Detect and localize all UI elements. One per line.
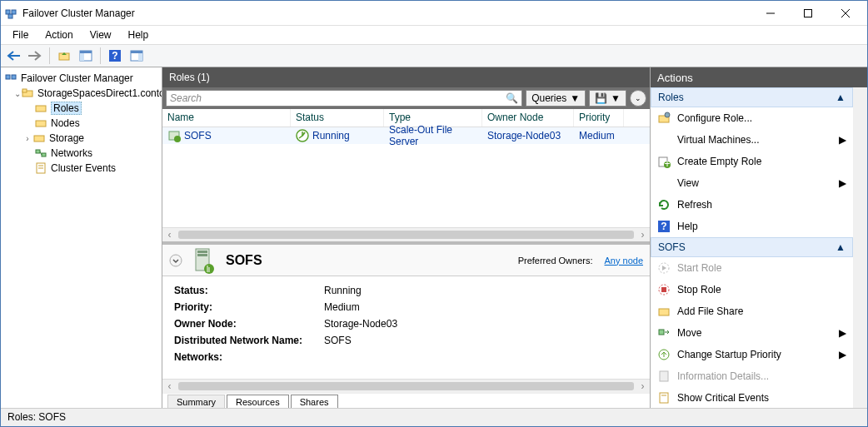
queries-label: Queries xyxy=(531,92,566,104)
back-button[interactable] xyxy=(4,47,22,65)
search-icon[interactable]: 🔍 xyxy=(506,92,518,104)
actions-scrollbar[interactable] xyxy=(853,87,867,408)
svg-rect-15 xyxy=(138,53,142,61)
scroll-thumb[interactable] xyxy=(178,382,634,390)
scroll-left-icon[interactable]: ‹ xyxy=(162,380,177,394)
detail-header: SOFS Preferred Owners: Any node xyxy=(162,245,650,276)
action-help[interactable]: ?Help xyxy=(651,216,853,237)
action-move[interactable]: Move▶ xyxy=(651,322,853,344)
svg-rect-17 xyxy=(12,75,16,79)
role-icon xyxy=(167,129,181,142)
vm-icon xyxy=(657,133,671,146)
tree-networks[interactable]: Networks xyxy=(1,146,162,161)
navigation-tree[interactable]: Failover Cluster Manager ⌄ StorageSpaces… xyxy=(1,67,162,408)
minimize-button[interactable] xyxy=(751,2,789,25)
svg-point-38 xyxy=(665,112,670,117)
tree-events[interactable]: Cluster Events xyxy=(1,161,162,176)
tree-root[interactable]: Failover Cluster Manager xyxy=(1,71,162,86)
scroll-right-icon[interactable]: › xyxy=(636,380,650,394)
save-query-button[interactable]: 💾▼ xyxy=(589,90,626,107)
svg-rect-9 xyxy=(80,51,92,53)
col-status[interactable]: Status xyxy=(291,109,384,127)
section-label: Roles xyxy=(658,92,684,103)
scroll-left-icon[interactable]: ‹ xyxy=(162,228,177,242)
roles-header-text: Roles (1) xyxy=(169,72,210,83)
search-placeholder: Search xyxy=(170,92,202,104)
horizontal-scrollbar[interactable]: ‹ › xyxy=(162,227,650,241)
tab-shares[interactable]: Shares xyxy=(291,395,338,408)
cell-status-text: Running xyxy=(312,130,350,142)
collapse-icon[interactable]: ▲ xyxy=(836,92,846,103)
action-start-role[interactable]: Start Role xyxy=(651,257,853,279)
up-button[interactable] xyxy=(55,47,73,65)
roles-icon xyxy=(34,102,47,115)
actions-pane: Actions Roles ▲ Configure Role... Virtua… xyxy=(651,67,867,408)
action-configure-role[interactable]: Configure Role... xyxy=(651,107,853,129)
scroll-right-icon[interactable]: › xyxy=(636,228,650,242)
action-label: Add File Share xyxy=(677,305,743,317)
search-input[interactable]: Search 🔍 xyxy=(166,90,522,107)
actions-roles-section[interactable]: Roles ▲ xyxy=(651,87,853,107)
main-area: Failover Cluster Manager ⌄ StorageSpaces… xyxy=(1,67,867,408)
action-label: Help xyxy=(677,221,698,232)
menu-action[interactable]: Action xyxy=(38,27,79,42)
svg-rect-23 xyxy=(36,150,40,153)
cell-owner: Storage-Node03 xyxy=(482,130,574,142)
col-name[interactable]: Name xyxy=(162,109,291,127)
svg-rect-0 xyxy=(6,10,10,14)
section-label: SOFS xyxy=(658,241,686,253)
action-info-details[interactable]: Information Details... xyxy=(651,365,853,387)
menu-view[interactable]: View xyxy=(83,27,118,42)
title-bar: Failover Cluster Manager xyxy=(1,1,867,26)
action-stop-role[interactable]: Stop Role xyxy=(651,279,853,300)
expander-icon[interactable]: › xyxy=(22,134,32,143)
action-create-empty-role[interactable]: +Create Empty Role xyxy=(651,151,853,172)
help-button[interactable]: ? xyxy=(106,47,124,65)
tab-summary[interactable]: Summary xyxy=(167,395,225,408)
svg-point-32 xyxy=(170,255,182,266)
collapse-icon[interactable] xyxy=(169,254,182,267)
action-critical-events[interactable]: Show Critical Events xyxy=(651,387,853,408)
submenu-arrow-icon: ▶ xyxy=(839,177,846,189)
show-hide-tree-button[interactable] xyxy=(77,47,95,65)
close-button[interactable] xyxy=(826,2,864,25)
tree-roles[interactable]: Roles xyxy=(1,101,162,116)
menu-file[interactable]: File xyxy=(6,27,35,42)
collapse-icon[interactable]: ▲ xyxy=(836,241,846,253)
tree-nodes-label: Nodes xyxy=(51,117,80,129)
preferred-owners-link[interactable]: Any node xyxy=(605,256,643,266)
tree-storage[interactable]: › Storage xyxy=(1,131,162,146)
maximize-button[interactable] xyxy=(789,2,826,25)
detail-tabs: Summary Resources Shares xyxy=(162,393,650,408)
running-icon xyxy=(296,129,309,142)
toolbar-separator xyxy=(49,47,50,64)
actions-sofs-section[interactable]: SOFS ▲ xyxy=(651,237,853,257)
action-refresh[interactable]: Refresh xyxy=(651,194,853,216)
queries-dropdown[interactable]: Queries▼ xyxy=(526,90,586,107)
forward-button[interactable] xyxy=(26,47,44,65)
tree-nodes[interactable]: Nodes xyxy=(1,116,162,131)
submenu-arrow-icon: ▶ xyxy=(839,134,846,146)
show-hide-actions-button[interactable] xyxy=(127,47,146,65)
action-virtual-machines[interactable]: Virtual Machines...▶ xyxy=(651,129,853,151)
scroll-thumb[interactable] xyxy=(178,231,634,239)
expand-button[interactable]: ⌄ xyxy=(630,90,646,107)
action-view[interactable]: View▶ xyxy=(651,172,853,194)
menu-help[interactable]: Help xyxy=(122,27,156,42)
tab-resources[interactable]: Resources xyxy=(227,395,289,408)
window-title: Failover Cluster Manager xyxy=(22,7,751,19)
expander-icon[interactable]: ⌄ xyxy=(14,89,21,98)
col-owner[interactable]: Owner Node xyxy=(482,109,574,127)
table-row[interactable]: SOFS Running Scale-Out File Server Stora… xyxy=(162,127,650,144)
cell-priority: Medium xyxy=(574,130,624,142)
detail-body: Status:Running Priority:Medium Owner Nod… xyxy=(162,276,650,379)
svg-rect-46 xyxy=(661,287,666,292)
detail-scrollbar[interactable]: ‹ › xyxy=(162,379,650,393)
action-change-priority[interactable]: Change Startup Priority▶ xyxy=(651,344,853,365)
tree-events-label: Cluster Events xyxy=(51,162,116,174)
col-priority[interactable]: Priority xyxy=(574,109,624,127)
action-add-file-share[interactable]: Add File Share xyxy=(651,300,853,322)
action-label: Show Critical Events xyxy=(677,392,769,404)
tree-cluster[interactable]: ⌄ StorageSpacesDirect1.conto xyxy=(1,86,162,101)
svg-rect-2 xyxy=(8,14,12,18)
